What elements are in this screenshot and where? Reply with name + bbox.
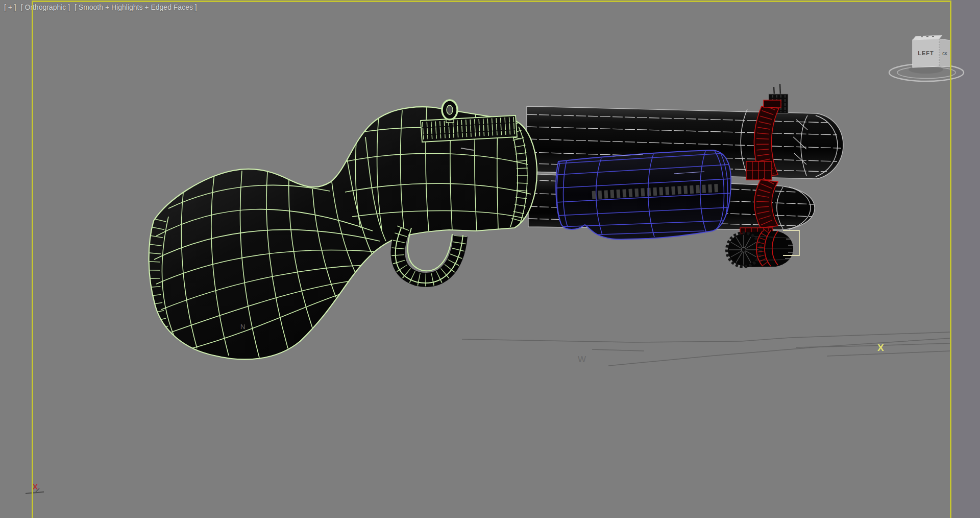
viewport-label: [ + ] [ Orthographic ] [ Smooth + Highli… — [4, 3, 200, 11]
viewport-menu-general[interactable]: [ + ] — [4, 3, 16, 11]
viewcube-face-left-label: LEFT — [918, 50, 934, 56]
viewport-menu-shading[interactable]: [ Smooth + Highlights + Edged Faces ] — [75, 3, 197, 11]
ground-x-marker: X — [877, 342, 884, 353]
viewport-border-left — [32, 1, 33, 518]
compass-west-label: W — [578, 355, 586, 364]
trigger-guard — [396, 228, 463, 283]
stock-n-overlay: N — [240, 323, 245, 331]
tactical-flashlight[interactable] — [727, 230, 794, 267]
receiver-rail — [421, 115, 517, 142]
shotgun-stock-receiver[interactable] — [149, 100, 537, 359]
viewport-canvas[interactable]: N W X X — [0, 0, 980, 518]
clamp-connector — [746, 161, 772, 180]
viewcube[interactable]: LEFT CK — [886, 26, 980, 83]
viewport-border-top — [32, 1, 951, 2]
viewcube-face-side-label: CK — [942, 51, 947, 56]
viewport-border-right — [950, 1, 951, 518]
svg-text:X: X — [33, 482, 38, 491]
max-viewport: N W X X LEFT CK [ + ] [ Orthographic ] — [0, 0, 980, 518]
origin-axis-marker: X — [26, 482, 44, 493]
shotgun-pump-forend[interactable] — [555, 150, 731, 239]
viewport-menu-pov[interactable]: [ Orthographic ] — [21, 3, 70, 11]
